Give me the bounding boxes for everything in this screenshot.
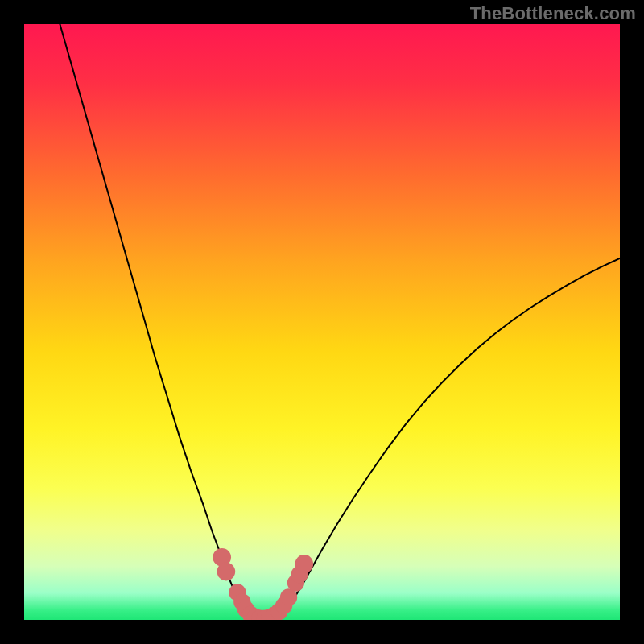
outer-frame: TheBottleneck.com <box>0 0 644 644</box>
chart-svg <box>24 24 620 620</box>
marker-dot <box>217 563 236 581</box>
gradient-background <box>24 24 620 620</box>
marker-dot <box>295 555 313 573</box>
plot-area <box>24 24 620 620</box>
watermark-text: TheBottleneck.com <box>470 3 636 24</box>
